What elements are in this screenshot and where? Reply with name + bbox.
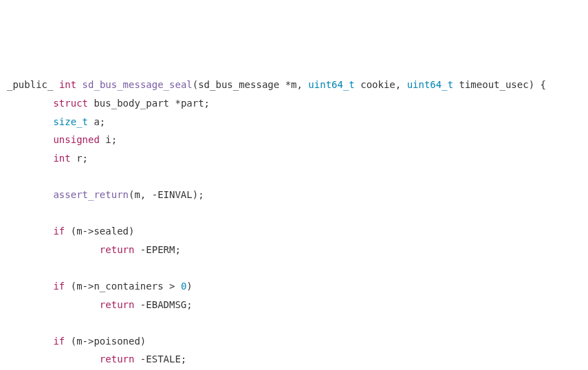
token-text: r; bbox=[71, 153, 88, 164]
token-modifier: _public_ bbox=[7, 79, 53, 90]
indent bbox=[7, 134, 53, 145]
token-keyword: int bbox=[59, 79, 76, 90]
code-line-4: unsigned i; bbox=[7, 131, 581, 149]
code-line-14-blank bbox=[7, 314, 581, 332]
token-keyword: return bbox=[100, 353, 135, 364]
indent bbox=[7, 336, 53, 347]
token-keyword: int bbox=[53, 153, 70, 164]
token-text: -EPERM; bbox=[134, 244, 180, 255]
token-keyword: if bbox=[53, 336, 65, 347]
token-text: -ESTALE; bbox=[134, 353, 186, 364]
token-text: bus_body_part *part; bbox=[88, 98, 210, 109]
code-line-15: if (m->poisoned) bbox=[7, 332, 581, 351]
token-function: sd_bus_message_seal bbox=[83, 79, 193, 90]
token-params: (sd_bus_message *m, bbox=[193, 79, 309, 90]
token-text: (m, -EINVAL); bbox=[129, 189, 204, 200]
code-line-9: if (m->sealed) bbox=[7, 222, 581, 241]
token-type: uint64_t bbox=[407, 79, 453, 90]
code-line-13: return -EBADMSG; bbox=[7, 296, 581, 314]
code-line-5: int r; bbox=[7, 149, 581, 168]
code-line-11-blank bbox=[7, 259, 581, 277]
indent bbox=[7, 98, 53, 109]
indent bbox=[7, 189, 53, 200]
token-text: (m->poisoned) bbox=[65, 336, 146, 347]
indent bbox=[7, 281, 53, 292]
indent bbox=[7, 299, 100, 310]
token-type: size_t bbox=[53, 116, 88, 127]
code-line-10: return -EPERM; bbox=[7, 241, 581, 259]
indent bbox=[7, 226, 53, 237]
indent bbox=[7, 153, 53, 164]
token-text: -EBADMSG; bbox=[134, 299, 192, 310]
token-params: cookie, bbox=[355, 79, 407, 90]
code-line-12: if (m->n_containers > 0) bbox=[7, 277, 581, 296]
token-keyword: struct bbox=[53, 98, 88, 109]
code-line-3: size_t a; bbox=[7, 113, 581, 131]
token-text: i; bbox=[100, 134, 117, 145]
code-line-1: _public_ int sd_bus_message_seal(sd_bus_… bbox=[7, 76, 581, 94]
token-type: uint64_t bbox=[308, 79, 354, 90]
indent bbox=[7, 244, 100, 255]
token-text: a; bbox=[88, 116, 105, 127]
token-keyword: unsigned bbox=[53, 134, 99, 145]
code-line-6-blank bbox=[7, 167, 581, 186]
token-keyword: if bbox=[53, 226, 65, 237]
token-params: timeout_usec) { bbox=[453, 79, 546, 90]
token-keyword: return bbox=[100, 244, 135, 255]
code-line-16: return -ESTALE; bbox=[7, 350, 581, 369]
token-text: ) bbox=[186, 281, 192, 292]
code-line-8-blank bbox=[7, 204, 581, 223]
code-line-7: assert_return(m, -EINVAL); bbox=[7, 186, 581, 204]
code-block: _public_ int sd_bus_message_seal(sd_bus_… bbox=[7, 76, 581, 370]
token-keyword: if bbox=[53, 281, 65, 292]
code-line-2: struct bus_body_part *part; bbox=[7, 94, 581, 113]
token-keyword: return bbox=[100, 299, 135, 310]
indent bbox=[7, 353, 100, 364]
indent bbox=[7, 116, 53, 127]
token-text: (m->sealed) bbox=[65, 226, 134, 237]
token-function: assert_return bbox=[53, 189, 129, 200]
token-text: (m->n_containers > bbox=[65, 281, 181, 292]
